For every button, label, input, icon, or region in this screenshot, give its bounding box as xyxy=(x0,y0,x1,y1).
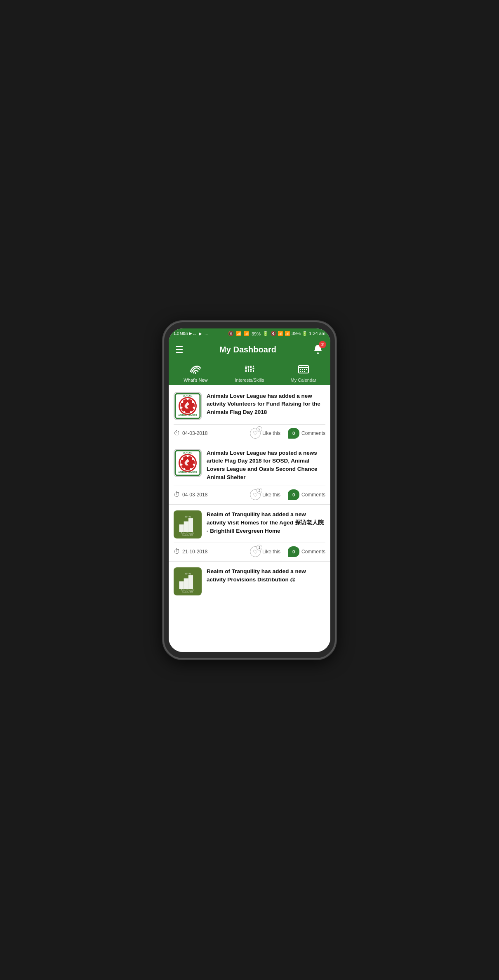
svg-rect-48 xyxy=(179,524,184,532)
svg-text:Established 1978: Established 1978 xyxy=(183,534,193,536)
status-speed: 1.2 MB/s ▶ ... xyxy=(174,331,196,336)
tab-my-calendar[interactable]: My Calendar xyxy=(276,361,330,385)
comment-button-1[interactable]: 0 Comments xyxy=(288,428,325,439)
feed-meta-3: ⏱ 21-10-2018 ♡ 1 Like this 0 Comments xyxy=(174,543,325,561)
comment-button-2[interactable]: 0 Comments xyxy=(288,489,325,500)
svg-text:靖一阁: 靖一阁 xyxy=(185,572,191,575)
feed-content-2: ANIMAL LOVERS LEAGUE Animals Lover Leagu… xyxy=(174,449,325,482)
all-logo-svg: ANIMAL LOVERS LEAGUE xyxy=(174,393,201,419)
status-signal-icon: ▶ xyxy=(199,331,202,336)
tab-calendar-label: My Calendar xyxy=(291,378,316,383)
feed-content-3: 靖一阁 Realm of Tranquility Established 197… xyxy=(174,510,325,538)
svg-rect-18 xyxy=(300,371,301,372)
like-circle-1: ♡ 2 xyxy=(250,428,261,439)
feed-item-3[interactable]: 靖一阁 Realm of Tranquility Established 197… xyxy=(169,505,330,562)
svg-point-26 xyxy=(192,401,194,403)
tab-whats-new[interactable]: What's New xyxy=(169,361,223,386)
calendar-svg-icon xyxy=(298,364,309,374)
battery-icon: 🔋 xyxy=(263,331,268,336)
svg-text:靖一阁: 靖一阁 xyxy=(185,515,191,518)
wifi-icon: 📶 xyxy=(236,331,242,336)
like-button-3[interactable]: ♡ 1 Like this xyxy=(250,546,280,557)
comment-count-2: 0 xyxy=(288,489,299,500)
svg-point-29 xyxy=(184,411,186,413)
svg-text:Realm of Tranquility: Realm of Tranquility xyxy=(181,589,195,591)
feed-title-4: Realm of Tranquility has added a new act… xyxy=(207,567,325,584)
comment-count-1: 0 xyxy=(288,428,299,439)
svg-point-25 xyxy=(187,398,189,400)
comment-label-2: Comments xyxy=(301,492,325,498)
feed-content-4: 靖一阁 Realm of Tranquility Established 197… xyxy=(174,567,325,595)
like-count-1: 2 xyxy=(257,426,262,432)
status-right: 🔇 📶 📶 39% 🔋 🔇 📶 📶 39% 🔋 1:24 am xyxy=(228,331,325,336)
clock-icon-3: ⏱ xyxy=(174,548,180,555)
svg-point-0 xyxy=(317,352,319,354)
whats-new-icon xyxy=(190,364,201,376)
like-button-2[interactable]: ♡ 2 Like this xyxy=(250,489,280,500)
mute-icon: 🔇 xyxy=(228,331,234,336)
like-circle-3: ♡ 1 xyxy=(250,546,261,557)
like-label-2: Like this xyxy=(262,492,280,498)
svg-text:Realm of Tranquility: Realm of Tranquility xyxy=(181,532,195,534)
clock-icon-1: ⏱ xyxy=(174,430,180,437)
svg-point-43 xyxy=(181,463,183,465)
feed-content-1: ANIMAL LOVERS LEAGUE Animals Lover Leagu… xyxy=(174,392,325,420)
like-button-1[interactable]: ♡ 2 Like this xyxy=(250,428,280,439)
battery-percent: 39% xyxy=(252,331,261,336)
svg-rect-19 xyxy=(302,371,303,372)
feed-date-3: ⏱ 21-10-2018 xyxy=(174,548,207,555)
svg-point-44 xyxy=(181,458,184,460)
svg-point-6 xyxy=(245,367,247,369)
svg-point-7 xyxy=(247,366,250,368)
page-title: My Dashboard xyxy=(219,345,276,354)
svg-point-30 xyxy=(181,406,183,409)
svg-rect-50 xyxy=(188,518,193,532)
hamburger-menu[interactable]: ☰ xyxy=(175,345,184,355)
interests-icon xyxy=(244,364,255,376)
tab-interests-label: Interests/Skills xyxy=(235,378,264,383)
feed-title-2: Animals Lover League has posted a news a… xyxy=(207,449,325,482)
rot-logo-svg: 靖一阁 Realm of Tranquility Established 197… xyxy=(176,512,199,537)
comment-count-3: 0 xyxy=(288,546,299,557)
svg-point-41 xyxy=(190,468,192,470)
svg-rect-14 xyxy=(300,369,301,370)
svg-text:ANIMAL LOVERS: ANIMAL LOVERS xyxy=(178,471,197,473)
svg-rect-55 xyxy=(179,581,184,589)
phone-screen: 1.2 MB/s ▶ ... ▶ ... 🔇 📶 📶 39% 🔋 🔇 📶 📶 3… xyxy=(169,328,330,652)
like-count-3: 1 xyxy=(257,545,262,550)
like-label-3: Like this xyxy=(262,549,280,555)
svg-rect-57 xyxy=(188,575,193,589)
svg-text:Established 1978: Established 1978 xyxy=(183,591,193,593)
phone-shell: 1.2 MB/s ▶ ... ▶ ... 🔇 📶 📶 39% 🔋 🔇 📶 📶 3… xyxy=(163,321,336,659)
svg-point-8 xyxy=(250,368,252,371)
svg-point-1 xyxy=(195,372,196,374)
svg-rect-15 xyxy=(302,369,303,370)
tab-interests-skills[interactable]: Interests/Skills xyxy=(223,361,277,385)
svg-rect-49 xyxy=(184,522,188,532)
tab-whats-new-label: What's New xyxy=(184,378,207,383)
feed-meta-1: ⏱ 04-03-2018 ♡ 2 Like this 0 Comments xyxy=(174,424,325,443)
tab-bar: What's New Interests/Sk xyxy=(169,361,330,386)
svg-text:ANIMAL LOVERS: ANIMAL LOVERS xyxy=(178,414,197,416)
svg-point-28 xyxy=(190,411,192,413)
rot-logo-svg-2: 靖一阁 Realm of Tranquility Established 197… xyxy=(176,569,199,594)
feed-item-2[interactable]: ANIMAL LOVERS LEAGUE Animals Lover Leagu… xyxy=(169,443,330,505)
top-bar: ☰ My Dashboard 2 xyxy=(169,339,330,361)
svg-text:LEAGUE: LEAGUE xyxy=(183,451,193,454)
comment-label-3: Comments xyxy=(301,549,325,555)
org-logo-1: ANIMAL LOVERS LEAGUE xyxy=(174,392,202,420)
svg-rect-56 xyxy=(184,579,188,589)
svg-text:LEAGUE: LEAGUE xyxy=(183,394,193,397)
feed-item-4[interactable]: 靖一阁 Realm of Tranquility Established 197… xyxy=(169,562,330,608)
svg-rect-16 xyxy=(304,369,305,370)
svg-point-42 xyxy=(184,468,186,470)
feed-item-1[interactable]: ANIMAL LOVERS LEAGUE Animals Lover Leagu… xyxy=(169,386,330,443)
sliders-icon xyxy=(244,364,255,374)
comment-button-3[interactable]: 0 Comments xyxy=(288,546,325,557)
feed: ANIMAL LOVERS LEAGUE Animals Lover Leagu… xyxy=(169,386,330,652)
notification-button[interactable]: 2 xyxy=(312,343,324,357)
svg-point-39 xyxy=(192,458,194,460)
clock-icon-2: ⏱ xyxy=(174,491,180,498)
calendar-icon xyxy=(298,364,309,376)
svg-rect-20 xyxy=(304,371,305,372)
